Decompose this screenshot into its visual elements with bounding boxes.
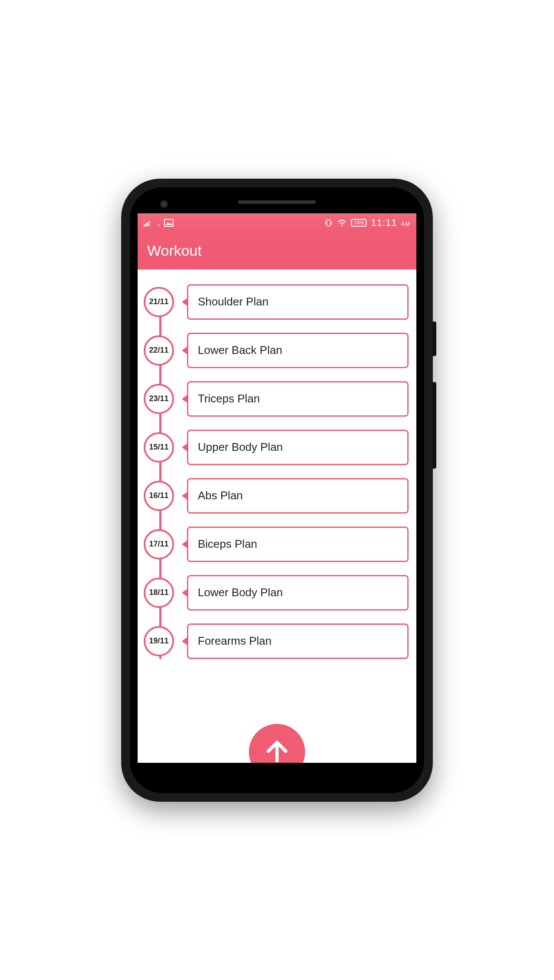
- separator: ,: [158, 218, 160, 227]
- timeline-item: 21/11Shoulder Plan: [144, 284, 416, 320]
- status-bar: × , 74% 11:11: [138, 213, 416, 232]
- plan-name: Forearms Plan: [198, 634, 272, 648]
- date-circle: 21/11: [144, 287, 174, 317]
- vibrate-icon: [324, 218, 333, 227]
- date-circle: 16/11: [144, 481, 174, 511]
- svg-marker-6: [166, 222, 172, 225]
- timeline: 21/11Shoulder Plan22/11Lower Back Plan23…: [138, 284, 416, 659]
- plan-name: Upper Body Plan: [198, 440, 283, 454]
- date-circle: 18/11: [144, 578, 174, 608]
- plan-card[interactable]: Triceps Plan: [187, 381, 409, 417]
- date-circle: 19/11: [144, 626, 174, 656]
- phone-side-button: [433, 321, 436, 356]
- plan-card[interactable]: Shoulder Plan: [187, 284, 409, 320]
- plan-name: Biceps Plan: [198, 537, 257, 551]
- svg-rect-1: [145, 223, 147, 226]
- phone-speaker: [238, 200, 316, 204]
- plan-card[interactable]: Lower Back Plan: [187, 333, 409, 368]
- time-value: 11:11: [371, 217, 397, 228]
- date-circle: 23/11: [144, 384, 174, 414]
- timeline-item: 15/11Upper Body Plan: [144, 430, 416, 465]
- timeline-item: 16/11Abs Plan: [144, 478, 416, 514]
- time-ampm: AM: [401, 221, 411, 227]
- plan-name: Shoulder Plan: [198, 295, 268, 308]
- svg-rect-0: [144, 225, 145, 226]
- phone-camera: [160, 200, 168, 208]
- no-signal-icon: ×: [144, 219, 153, 226]
- status-time: 11:11 AM: [371, 217, 410, 228]
- date-circle: 17/11: [144, 529, 174, 559]
- page-title: Workout: [147, 242, 202, 259]
- arrow-up-icon: [264, 738, 290, 763]
- wifi-icon: [337, 219, 347, 227]
- phone-frame: × , 74% 11:11: [121, 179, 433, 802]
- svg-rect-7: [327, 220, 330, 226]
- plan-card[interactable]: Biceps Plan: [187, 527, 409, 562]
- picture-icon: [164, 219, 174, 227]
- date-circle: 15/11: [144, 432, 174, 463]
- timeline-item: 19/11Forearms Plan: [144, 623, 416, 659]
- content-area[interactable]: 21/11Shoulder Plan22/11Lower Back Plan23…: [138, 270, 416, 763]
- svg-text:×: ×: [144, 219, 145, 223]
- plan-card[interactable]: Lower Body Plan: [187, 575, 409, 610]
- plan-name: Lower Body Plan: [198, 586, 283, 599]
- scroll-up-button[interactable]: [249, 724, 305, 763]
- plan-name: Abs Plan: [198, 489, 243, 502]
- plan-card[interactable]: Abs Plan: [187, 478, 409, 514]
- svg-point-10: [341, 225, 343, 226]
- app-header: Workout: [138, 232, 416, 270]
- plan-name: Triceps Plan: [198, 392, 260, 405]
- svg-rect-3: [149, 221, 150, 226]
- timeline-item: 23/11Triceps Plan: [144, 381, 416, 417]
- plan-card[interactable]: Forearms Plan: [187, 623, 409, 659]
- timeline-item: 17/11Biceps Plan: [144, 527, 416, 562]
- screen: × , 74% 11:11: [138, 213, 416, 763]
- svg-rect-2: [147, 222, 148, 226]
- plan-card[interactable]: Upper Body Plan: [187, 430, 409, 465]
- battery-indicator: 74%: [351, 219, 367, 227]
- plan-name: Lower Back Plan: [198, 344, 282, 357]
- timeline-item: 22/11Lower Back Plan: [144, 333, 416, 368]
- timeline-item: 18/11Lower Body Plan: [144, 575, 416, 610]
- svg-rect-5: [164, 219, 173, 226]
- phone-side-button: [433, 382, 436, 469]
- date-circle: 22/11: [144, 335, 174, 366]
